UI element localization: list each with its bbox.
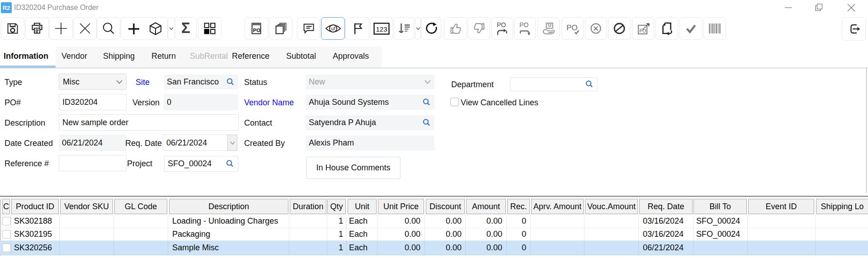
svg-text:PO: PO xyxy=(566,23,578,32)
svg-text:PO: PO xyxy=(519,21,528,28)
svg-text:PO: PO xyxy=(253,28,261,33)
svg-text:123: 123 xyxy=(376,25,387,33)
svg-text:PO: PO xyxy=(497,21,506,28)
svg-text:uf: uf xyxy=(331,26,335,31)
